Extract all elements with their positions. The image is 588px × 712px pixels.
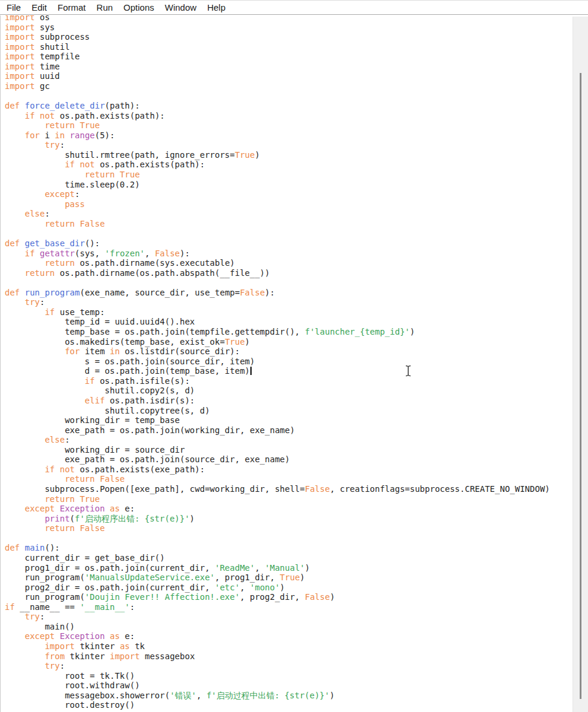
code-line[interactable]: return True	[5, 494, 573, 504]
code-line[interactable]: time.sleep(0.2)	[5, 180, 573, 190]
menu-item-file[interactable]: File	[1, 2, 26, 12]
code-line[interactable]: root.withdraw()	[5, 681, 573, 691]
code-token: True	[280, 573, 300, 582]
menu-item-help[interactable]: Help	[202, 2, 231, 12]
code-token: , prog1_dir,	[215, 573, 280, 582]
code-line[interactable]: current_dir = get_base_dir()	[5, 553, 573, 563]
code-line[interactable]	[5, 228, 573, 239]
code-token	[105, 631, 110, 641]
code-line[interactable]	[5, 533, 573, 543]
scrollbar-track[interactable]	[573, 17, 588, 712]
code-line[interactable]: return True	[5, 120, 573, 131]
code-line[interactable]: working_dir = source_dir	[5, 445, 573, 455]
menu-item-options[interactable]: Options	[118, 2, 160, 12]
code-line[interactable]: prog1_dir = os.path.join(current_dir, 'R…	[5, 563, 573, 573]
code-line[interactable]: if use_temp:	[5, 307, 573, 317]
code-token: import	[5, 52, 35, 61]
code-token	[5, 268, 25, 278]
code-line[interactable]: except Exception as e:	[5, 631, 573, 641]
code-line[interactable]: shutil.copy2(s, d)	[5, 386, 573, 396]
code-line[interactable]: if __name__ == '__main__':	[5, 602, 573, 612]
code-line[interactable]: exe_path = os.path.join(working_dir, exe…	[5, 425, 573, 436]
code-line[interactable]: import time	[5, 62, 573, 72]
code-area[interactable]: import osimport sysimport subprocessimpo…	[1, 15, 573, 710]
code-line[interactable]: import uuid	[5, 71, 573, 81]
menu-item-format[interactable]: Format	[52, 2, 91, 12]
code-line[interactable]: return False	[5, 474, 573, 484]
code-line[interactable]: def force_delete_dir(path):	[5, 101, 573, 111]
code-line[interactable]: temp_base = os.path.join(tempfile.gettem…	[5, 327, 573, 337]
menu-item-run[interactable]: Run	[91, 2, 119, 12]
code-line[interactable]: except:	[5, 189, 573, 199]
code-line[interactable]: for item in os.listdir(source_dir):	[5, 347, 573, 357]
code-line[interactable]: def run_program(exe_name, source_dir, us…	[5, 288, 573, 298]
code-token: try	[45, 140, 59, 150]
code-line[interactable]	[5, 91, 573, 101]
menu-item-edit[interactable]: Edit	[26, 2, 52, 12]
code-line[interactable]: except Exception as e:	[5, 504, 573, 514]
menu-item-window[interactable]: Window	[160, 2, 202, 12]
code-line[interactable]: return os.path.dirname(sys.executable)	[5, 258, 573, 268]
scrollbar-thumb[interactable]	[580, 73, 581, 699]
code-line[interactable]: if not os.path.exists(path):	[5, 111, 573, 121]
code-line[interactable]: return False	[5, 523, 573, 533]
code-line[interactable]: subprocess.Popen([exe_path], cwd=working…	[5, 484, 573, 494]
code-line[interactable]: try:	[5, 140, 573, 150]
code-token: Exception	[60, 504, 105, 513]
code-line[interactable]: exe_path = os.path.join(source_dir, exe_…	[5, 454, 573, 465]
code-token: else	[45, 435, 65, 444]
code-token: d = os.path.join(temp_base, item)	[5, 366, 250, 376]
code-line[interactable]: if not os.path.exists(exe_path):	[5, 465, 573, 475]
code-token: temp_id = uuid.uuid4().hex	[5, 317, 195, 326]
code-token: try	[45, 661, 59, 670]
code-line[interactable]	[5, 278, 573, 288]
code-line[interactable]: else:	[5, 435, 573, 445]
code-line[interactable]: run_program('Doujin Fever!! Affection!.e…	[5, 592, 573, 602]
code-line[interactable]: run_program('ManualsUpdateService.exe', …	[5, 573, 573, 583]
code-token: 'mono'	[250, 583, 280, 592]
code-line[interactable]: root.destroy()	[5, 700, 573, 710]
code-line[interactable]: elif os.path.isdir(s):	[5, 396, 573, 406]
code-line[interactable]: working_dir = temp_base	[5, 415, 573, 425]
code-token: import	[5, 23, 35, 32]
code-line[interactable]: return os.path.dirname(os.path.abspath(_…	[5, 268, 573, 278]
code-line[interactable]: temp_id = uuid.uuid4().hex	[5, 317, 573, 327]
code-line[interactable]: return True	[5, 170, 573, 180]
code-line[interactable]: s = os.path.join(source_dir, item)	[5, 357, 573, 367]
code-line[interactable]: return False	[5, 219, 573, 229]
code-line[interactable]: print(f'启动程序出错: {str(e)}')	[5, 514, 573, 524]
code-line[interactable]: import sys	[5, 23, 573, 33]
code-token: os.path.exists(exe_path):	[75, 465, 205, 474]
code-line[interactable]: import gc	[5, 81, 573, 91]
code-line[interactable]: import tkinter as tk	[5, 641, 573, 651]
code-line[interactable]: prog2_dir = os.path.join(current_dir, 'e…	[5, 583, 573, 593]
code-line[interactable]: try:	[5, 612, 573, 622]
code-line[interactable]: import subprocess	[5, 32, 573, 42]
code-line[interactable]: for i in range(5):	[5, 131, 573, 141]
code-token: tkinter	[65, 651, 110, 661]
code-line[interactable]: pass	[5, 199, 573, 209]
code-line[interactable]: from tkinter import messagebox	[5, 651, 573, 662]
code-line[interactable]: shutil.copytree(s, d)	[5, 406, 573, 416]
code-line[interactable]: messagebox.showerror('错误', f'启动过程中出错: {s…	[5, 691, 573, 701]
code-line[interactable]: import os	[5, 15, 573, 23]
code-line[interactable]: import shutil	[5, 42, 573, 52]
code-line[interactable]: import tempfile	[5, 52, 573, 62]
code-line[interactable]: os.makedirs(temp_base, exist_ok=True)	[5, 337, 573, 347]
code-token: import	[110, 651, 140, 661]
code-line[interactable]: main()	[5, 622, 573, 632]
code-line[interactable]: if os.path.isfile(s):	[5, 376, 573, 386]
code-line[interactable]: d = os.path.join(temp_base, item)	[5, 366, 573, 376]
code-line[interactable]: else:	[5, 209, 573, 219]
code-line[interactable]: def get_base_dir():	[5, 239, 573, 249]
code-line[interactable]: try:	[5, 297, 573, 307]
code-line[interactable]: shutil.rmtree(path, ignore_errors=True)	[5, 150, 573, 160]
code-line[interactable]: if getattr(sys, 'frozen', False):	[5, 249, 573, 259]
code-token: elif	[85, 396, 105, 405]
code-line[interactable]: if not os.path.exists(path):	[5, 160, 573, 170]
code-token	[5, 523, 45, 533]
code-line[interactable]: def main():	[5, 543, 573, 553]
code-editor[interactable]: import osimport sysimport subprocessimpo…	[0, 15, 573, 712]
code-line[interactable]: try:	[5, 661, 573, 671]
code-line[interactable]: root = tk.Tk()	[5, 671, 573, 681]
